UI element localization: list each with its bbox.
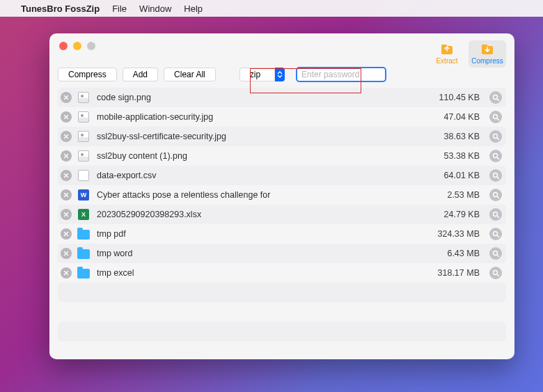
file-name: Cyber attacks pose a relentless challeng… bbox=[97, 190, 427, 200]
file-name: tmp pdf bbox=[97, 229, 427, 239]
file-name: mobile-application-security.jpg bbox=[97, 112, 427, 122]
reveal-file-button[interactable] bbox=[489, 208, 502, 221]
image-file-icon bbox=[77, 111, 90, 123]
file-name: code sign.png bbox=[97, 93, 427, 102]
image-file-icon bbox=[77, 150, 90, 162]
format-value[interactable]: zip bbox=[239, 68, 275, 81]
reveal-file-button[interactable] bbox=[489, 228, 502, 240]
file-row[interactable]: tmp excel318.17 MB bbox=[58, 263, 506, 283]
format-stepper[interactable] bbox=[275, 68, 285, 81]
reveal-file-button[interactable] bbox=[489, 169, 502, 182]
reveal-file-button[interactable] bbox=[489, 267, 502, 279]
reveal-file-button[interactable] bbox=[489, 91, 502, 104]
close-window-button[interactable] bbox=[59, 42, 68, 50]
file-row[interactable]: ssl2buy-ssl-certificate-security.jpg38.6… bbox=[58, 127, 506, 146]
window-traffic-lights bbox=[59, 42, 95, 50]
reveal-file-button[interactable] bbox=[489, 247, 502, 260]
extract-icon bbox=[439, 42, 455, 56]
file-name: tmp excel bbox=[97, 268, 427, 278]
file-list: code sign.png110.45 KBmobile-application… bbox=[49, 88, 514, 359]
remove-file-button[interactable] bbox=[61, 228, 72, 240]
empty-row bbox=[58, 302, 506, 322]
menu-help[interactable]: Help bbox=[184, 3, 203, 14]
file-row[interactable]: code sign.png110.45 KB bbox=[58, 88, 506, 107]
file-name: ssl2buy content (1).png bbox=[97, 151, 427, 161]
folder-icon bbox=[77, 267, 90, 279]
compress-button[interactable]: Compress bbox=[58, 68, 117, 81]
svg-rect-3 bbox=[482, 45, 487, 47]
reveal-file-button[interactable] bbox=[489, 130, 502, 143]
svg-point-4 bbox=[493, 95, 497, 99]
csv-file-icon bbox=[77, 169, 90, 182]
mode-switcher: Extract Compress bbox=[428, 40, 506, 68]
remove-file-button[interactable] bbox=[61, 267, 72, 279]
format-selector[interactable]: zip bbox=[239, 68, 285, 81]
folder-icon bbox=[77, 247, 90, 260]
svg-point-8 bbox=[493, 173, 497, 177]
reveal-file-button[interactable] bbox=[489, 150, 502, 162]
remove-file-button[interactable] bbox=[61, 131, 72, 142]
window-titlebar: Extract Compress bbox=[49, 33, 514, 67]
svg-point-6 bbox=[493, 134, 497, 138]
file-name: data-export.csv bbox=[97, 171, 427, 180]
minimize-window-button[interactable] bbox=[73, 42, 81, 50]
action-toolbar: Compress Add Clear All zip bbox=[49, 65, 514, 84]
remove-file-button[interactable] bbox=[61, 170, 72, 181]
password-field-wrapper bbox=[296, 67, 386, 82]
remove-file-button[interactable] bbox=[61, 248, 72, 259]
file-row[interactable]: Cyber attacks pose a relentless challeng… bbox=[58, 185, 506, 205]
compress-mode-button[interactable]: Compress bbox=[469, 40, 506, 68]
file-size: 318.17 MB bbox=[427, 268, 489, 278]
svg-point-13 bbox=[493, 270, 497, 274]
file-size: 47.04 KB bbox=[427, 112, 489, 122]
file-size: 64.01 KB bbox=[427, 171, 489, 180]
remove-file-button[interactable] bbox=[61, 209, 72, 220]
add-button[interactable]: Add bbox=[123, 68, 158, 81]
file-name: ssl2buy-ssl-certificate-security.jpg bbox=[97, 132, 427, 141]
file-row[interactable]: data-export.csv64.01 KB bbox=[58, 166, 506, 185]
chevron-down-icon bbox=[277, 75, 283, 79]
app-window: Extract Compress Compress Add Clear All … bbox=[49, 33, 514, 359]
svg-point-11 bbox=[493, 231, 497, 235]
zoom-window-button[interactable] bbox=[87, 42, 95, 50]
remove-file-button[interactable] bbox=[61, 111, 72, 123]
compress-label: Compress bbox=[471, 57, 503, 65]
file-size: 38.63 KB bbox=[427, 132, 489, 141]
menu-window[interactable]: Window bbox=[139, 3, 171, 14]
empty-row bbox=[58, 283, 506, 302]
svg-point-7 bbox=[493, 153, 497, 157]
empty-row bbox=[58, 322, 506, 341]
svg-point-5 bbox=[493, 114, 497, 118]
remove-file-button[interactable] bbox=[61, 189, 72, 201]
file-row[interactable]: 202305290920398293.xlsx24.79 KB bbox=[58, 205, 506, 224]
file-name: 202305290920398293.xlsx bbox=[97, 210, 427, 219]
file-size: 2.53 MB bbox=[427, 190, 489, 200]
folder-icon bbox=[77, 228, 90, 240]
compress-icon bbox=[480, 42, 495, 56]
word-file-icon bbox=[77, 189, 90, 201]
file-row[interactable]: tmp word6.43 MB bbox=[58, 244, 506, 263]
file-size: 24.79 KB bbox=[427, 210, 489, 219]
remove-file-button[interactable] bbox=[61, 150, 72, 162]
reveal-file-button[interactable] bbox=[489, 111, 502, 123]
image-file-icon bbox=[77, 130, 90, 143]
svg-point-10 bbox=[493, 212, 497, 216]
app-title[interactable]: TunesBro FossZip bbox=[21, 3, 100, 14]
file-row[interactable]: mobile-application-security.jpg47.04 KB bbox=[58, 107, 506, 127]
password-input[interactable] bbox=[301, 70, 381, 79]
file-row[interactable]: ssl2buy content (1).png53.38 KB bbox=[58, 146, 506, 166]
reveal-file-button[interactable] bbox=[489, 189, 502, 201]
image-file-icon bbox=[77, 91, 90, 104]
file-row[interactable]: tmp pdf324.33 MB bbox=[58, 224, 506, 244]
file-size: 324.33 MB bbox=[427, 229, 489, 239]
svg-point-9 bbox=[493, 192, 497, 196]
file-size: 110.45 KB bbox=[427, 93, 489, 102]
mac-menubar: TunesBro FossZip File Window Help bbox=[0, 0, 543, 17]
menu-file[interactable]: File bbox=[112, 3, 127, 14]
clear-all-button[interactable]: Clear All bbox=[164, 68, 216, 81]
extract-mode-button[interactable]: Extract bbox=[428, 40, 466, 68]
remove-file-button[interactable] bbox=[61, 92, 72, 103]
excel-file-icon bbox=[77, 208, 90, 221]
file-size: 53.38 KB bbox=[427, 151, 489, 161]
extract-label: Extract bbox=[436, 57, 457, 65]
